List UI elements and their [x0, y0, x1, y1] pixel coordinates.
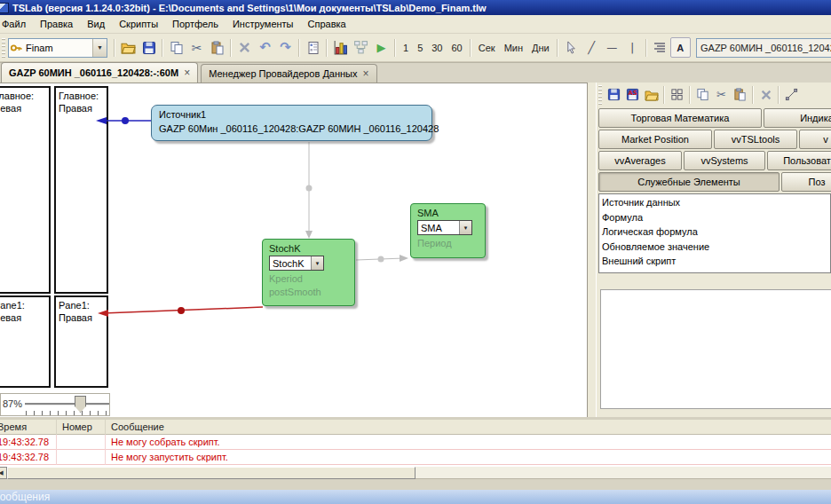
separator — [394, 39, 396, 57]
copy-button[interactable] — [693, 85, 712, 104]
save-button[interactable] — [605, 85, 623, 104]
menu-view[interactable]: Вид — [80, 16, 112, 32]
cut-icon[interactable]: ✂ — [712, 85, 731, 104]
pane-side: Правая — [59, 311, 104, 324]
chevron-down-icon[interactable]: ▼ — [311, 256, 323, 270]
column-divider — [56, 420, 57, 435]
category-cut-off[interactable]: v — [799, 130, 831, 149]
chevron-down-icon[interactable]: ▼ — [92, 39, 107, 57]
timeframe-5-button[interactable]: 5 — [413, 40, 427, 56]
category-vvtsltools[interactable]: vvTSLtools — [714, 130, 797, 149]
category-service-elements[interactable]: Служебные Элементы — [598, 172, 780, 192]
cut-icon[interactable]: ✂ — [186, 37, 207, 58]
category-market-position[interactable]: Market Position — [598, 130, 712, 149]
tab-script[interactable]: GAZP 60МИН _060116_120428:-:60M × — [1, 62, 198, 83]
pane-pane1-right[interactable]: Pane1: Правая — [54, 295, 108, 388]
block-value: GAZP 60Мин _060116_120428:GAZP 60МИН _06… — [159, 120, 424, 134]
save-as-button[interactable]: AS — [623, 85, 642, 104]
column-time[interactable]: Время — [0, 421, 27, 432]
unit-day-button[interactable]: Дни — [527, 40, 554, 56]
run-script-icon[interactable]: ▶ — [371, 37, 392, 58]
timeframe-1-button[interactable]: 1 — [399, 40, 413, 56]
category-indicators[interactable]: Индика — [764, 108, 831, 128]
block-sma[interactable]: SMA SMA ▼ Период — [410, 203, 486, 258]
timeframe-60-button[interactable]: 60 — [447, 40, 467, 56]
list-item-logic-formula[interactable]: Логическая формула — [599, 224, 830, 240]
open-button[interactable] — [642, 85, 661, 104]
delete-button[interactable] — [756, 85, 775, 104]
cursor-tool-icon[interactable] — [561, 37, 582, 58]
unit-sec-button[interactable]: Сек — [474, 40, 500, 56]
symbol-input[interactable]: GAZP 60МИН _060116_12042 — [696, 38, 831, 58]
script-canvas[interactable]: Главное: Левая Главное: Правая Pane1: Ле… — [0, 83, 587, 417]
separator — [752, 86, 754, 104]
open-script-button[interactable] — [118, 37, 138, 58]
menu-edit[interactable]: Правка — [33, 16, 80, 32]
paste-button[interactable] — [207, 37, 227, 58]
panel-caption: Сообщения — [0, 491, 50, 503]
category-positions[interactable]: Поз — [781, 172, 831, 192]
category-label: Market Position — [621, 134, 689, 145]
properties-button[interactable] — [303, 37, 323, 58]
redo-icon[interactable]: ↷ — [275, 37, 296, 58]
chart-button[interactable] — [330, 37, 351, 58]
log-row[interactable]: 19:43:32.78 Не могу собрать скрипт. — [0, 435, 831, 450]
account-combo[interactable]: Finam ▼ — [8, 38, 107, 58]
block-title: Источник1 — [159, 108, 424, 120]
undo-icon[interactable]: ↶ — [255, 37, 275, 58]
timeframe-30-button[interactable]: 30 — [427, 40, 447, 56]
menu-file[interactable]: Файл — [0, 16, 33, 32]
block-data-source[interactable]: Источник1 GAZP 60Мин _060116_120428:GAZP… — [151, 105, 432, 141]
scrollbar-thumb[interactable] — [7, 467, 416, 479]
category-vvaverages[interactable]: vvAverages — [598, 151, 682, 170]
list-item-formula[interactable]: Формула — [599, 210, 830, 225]
copy-button[interactable] — [166, 37, 186, 58]
hline-tool-icon[interactable]: — — [602, 37, 622, 58]
vertical-splitter[interactable] — [587, 83, 597, 417]
menu-tools[interactable]: Инструменты — [226, 16, 301, 32]
pane-pane1-left[interactable]: Pane1: Левая — [0, 295, 51, 388]
menu-portfolio[interactable]: Портфель — [165, 16, 226, 32]
save-button[interactable] — [138, 37, 159, 58]
vline-tool-icon[interactable]: | — [622, 37, 643, 58]
toolbar-grip[interactable] — [2, 38, 5, 58]
text-tool-button[interactable]: A — [670, 37, 691, 58]
paste-button[interactable] — [731, 85, 749, 104]
main-toolbar: Finam ▼ ✂ ↶ ↷ — [0, 34, 831, 62]
list-item-updatable-value[interactable]: Обновляемое значение — [599, 240, 830, 255]
horizontal-scrollbar[interactable]: ◀ — [0, 466, 831, 478]
unit-min-button[interactable]: Мин — [500, 40, 527, 56]
script-diagram-button[interactable] — [351, 37, 371, 58]
toolbar-grip[interactable] — [598, 85, 602, 105]
category-trade-math[interactable]: Торговая Математика — [598, 108, 762, 128]
category-label: vvSystems — [700, 155, 748, 166]
stochk-type-select[interactable]: StochK ▼ — [269, 256, 324, 271]
menu-help[interactable]: Справка — [301, 16, 353, 32]
trendline-tool-icon[interactable]: ╱ — [582, 37, 602, 58]
scroll-left-icon[interactable]: ◀ — [0, 467, 7, 479]
column-divider — [105, 450, 106, 465]
tab-data-provider-manager[interactable]: Менеджер Провайдеров Данных × — [201, 64, 376, 83]
chevron-down-icon[interactable]: ▼ — [459, 221, 471, 234]
column-number[interactable]: Номер — [62, 421, 92, 432]
fibo-tool-icon[interactable] — [650, 37, 670, 58]
delete-button[interactable] — [234, 37, 255, 58]
category-vvsystems[interactable]: vvSystems — [684, 151, 765, 170]
list-item-data-source[interactable]: Источник данных — [599, 195, 830, 210]
zoom-slider[interactable] — [25, 403, 109, 406]
menu-scripts[interactable]: Скрипты — [112, 16, 165, 32]
pane-main-left[interactable]: Главное: Левая — [0, 86, 51, 294]
close-icon[interactable]: × — [363, 67, 369, 80]
layout-grid-button[interactable] — [668, 85, 686, 104]
block-stochk[interactable]: StochK StochK ▼ Kperiod postSmooth — [262, 239, 355, 306]
sma-type-select[interactable]: SMA ▼ — [417, 220, 472, 235]
close-icon[interactable]: × — [184, 67, 190, 79]
connection-tool-button[interactable] — [782, 85, 801, 104]
log-rows: 19:43:32.78 Не могу собрать скрипт. 19:4… — [0, 435, 831, 466]
list-item-external-script[interactable]: Внешний скрипт — [599, 254, 830, 269]
log-row[interactable]: 19:43:32.78 Не могу запустить скрипт. — [0, 450, 831, 465]
category-user[interactable]: Пользоват — [767, 151, 831, 170]
column-message[interactable]: Сообщение — [111, 421, 164, 432]
pane-main-right[interactable]: Главное: Правая — [54, 86, 108, 294]
category-label: Торговая Математика — [631, 113, 730, 123]
